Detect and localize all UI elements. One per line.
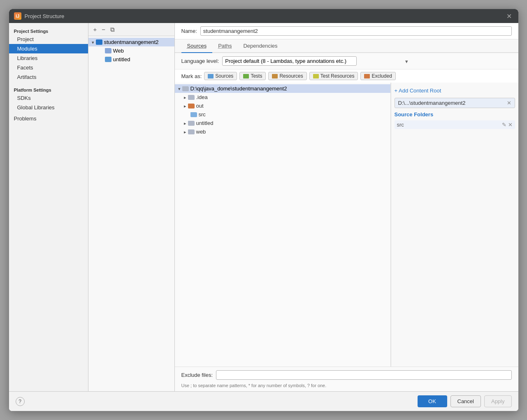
content-root-path: D:\...\studentmanangement2: [398, 100, 466, 106]
web-arrow: [184, 129, 186, 135]
right-panel: Name: Sources Paths Dependencies Languag…: [175, 23, 518, 391]
exclude-input[interactable]: [216, 370, 511, 380]
mark-sources-label: Sources: [215, 73, 233, 79]
language-select[interactable]: Project default (8 - Lambdas, type annot…: [222, 56, 357, 66]
sidebar-item-sdks[interactable]: SDKs: [9, 93, 88, 103]
language-row: Language level: Project default (8 - Lam…: [175, 53, 518, 69]
titlebar-left: IJ Project Structure: [14, 12, 65, 20]
dialog-title: Project Structure: [25, 13, 65, 19]
titlebar: IJ Project Structure ✕: [9, 9, 518, 23]
bottom-actions: OK Cancel Apply: [418, 395, 512, 407]
file-tree-root-path: D:\qq\java_dome\studentmanangement2: [190, 85, 287, 92]
file-tree-item-out[interactable]: out: [175, 102, 390, 110]
content-root-close-button[interactable]: ✕: [507, 100, 511, 106]
delete-source-folder-button[interactable]: ✕: [508, 122, 513, 128]
module-root-arrow: [92, 39, 94, 45]
out-folder-icon: [188, 104, 195, 108]
module-root-name: studentmanangement2: [104, 39, 159, 45]
help-button[interactable]: ?: [16, 397, 25, 406]
project-structure-dialog: IJ Project Structure ✕ Project Settings …: [9, 9, 519, 411]
module-icon: [96, 39, 102, 45]
sidebar-item-modules[interactable]: Modules: [9, 44, 88, 53]
source-folder-actions: ✎ ✕: [502, 122, 513, 128]
content-area: D:\qq\java_dome\studentmanangement2 .ide…: [175, 83, 518, 367]
add-content-root-button[interactable]: + Add Content Root: [395, 86, 515, 95]
idea-arrow: [184, 94, 186, 100]
mark-tests-button[interactable]: Tests: [239, 72, 266, 80]
module-panel: + − ⧉ studentmanangement2 Web: [88, 23, 175, 391]
bottom-bar: ? OK Cancel Apply: [9, 391, 518, 411]
file-tree-root-arrow: [178, 85, 181, 92]
project-settings-label: Project Settings: [9, 26, 88, 35]
tabs-row: Sources Paths Dependencies: [175, 39, 518, 53]
language-select-wrapper: Project default (8 - Lambdas, type annot…: [222, 56, 411, 66]
content-root-box: D:\...\studentmanangement2 ✕: [395, 98, 515, 108]
main-content: Project Settings Project Modules Librari…: [9, 23, 518, 391]
src-folder-icon: [190, 112, 197, 117]
idea-label: .idea: [196, 94, 208, 100]
file-tree-root[interactable]: D:\qq\java_dome\studentmanangement2: [175, 84, 390, 93]
sidebar-item-libraries[interactable]: Libraries: [9, 53, 88, 63]
module-web-item[interactable]: Web: [88, 46, 174, 55]
web-folder-icon-tree: [188, 129, 195, 134]
mark-as-label: Mark as:: [181, 73, 202, 79]
mark-sources-button[interactable]: Sources: [204, 72, 237, 80]
mark-excluded-button[interactable]: Excluded: [360, 72, 395, 80]
platform-settings-label: Platform Settings: [9, 83, 88, 93]
content-root-sidebar: + Add Content Root D:\...\studentmanange…: [391, 83, 518, 367]
file-tree-item-web[interactable]: web: [175, 127, 390, 136]
exclude-hint: Use ; to separate name patterns, * for a…: [175, 383, 518, 391]
sources-icon: [208, 74, 214, 78]
sidebar-item-global-libraries[interactable]: Global Libraries: [9, 103, 88, 112]
module-untitled-item[interactable]: untitled: [88, 55, 174, 64]
mark-as-row: Mark as: Sources Tests Resources Test Re…: [175, 69, 518, 83]
exclude-label: Exclude files:: [181, 372, 213, 378]
source-folders-label: Source Folders: [395, 110, 515, 119]
untitled-folder-icon: [188, 121, 195, 126]
name-label: Name:: [181, 28, 197, 34]
copy-module-button[interactable]: ⧉: [109, 25, 116, 34]
mark-tests-label: Tests: [251, 73, 262, 79]
name-row: Name:: [175, 23, 518, 39]
sidebar: Project Settings Project Modules Librari…: [9, 23, 88, 391]
sidebar-item-facets[interactable]: Facets: [9, 63, 88, 72]
module-root-item[interactable]: studentmanangement2: [88, 38, 174, 46]
name-input[interactable]: [200, 26, 512, 36]
idea-folder-icon: [188, 95, 195, 100]
mark-excluded-label: Excluded: [371, 73, 392, 79]
sidebar-item-artifacts[interactable]: Artifacts: [9, 72, 88, 82]
tab-paths[interactable]: Paths: [212, 39, 237, 53]
tests-icon: [243, 74, 249, 78]
file-tree-panel: D:\qq\java_dome\studentmanangement2 .ide…: [175, 83, 391, 367]
tab-dependencies[interactable]: Dependencies: [237, 39, 283, 53]
sidebar-item-project[interactable]: Project: [9, 35, 88, 44]
mark-resources-button[interactable]: Resources: [268, 72, 306, 80]
apply-button[interactable]: Apply: [484, 395, 512, 407]
untitled-label: untitled: [196, 120, 214, 126]
file-tree-item-idea[interactable]: .idea: [175, 93, 390, 102]
sidebar-item-problems[interactable]: Problems: [9, 112, 88, 123]
web-folder-icon: [105, 48, 111, 53]
remove-module-button[interactable]: −: [100, 25, 107, 34]
module-web-label: Web: [113, 48, 124, 54]
exclude-files-row: Exclude files:: [175, 367, 518, 383]
ok-button[interactable]: OK: [418, 395, 447, 407]
excluded-icon: [364, 74, 370, 78]
close-button[interactable]: ✕: [505, 12, 513, 20]
edit-source-folder-button[interactable]: ✎: [502, 122, 506, 128]
source-folder-name: src: [397, 122, 404, 128]
untitled-arrow: [184, 120, 186, 126]
add-content-root-label: + Add Content Root: [395, 88, 441, 94]
module-toolbar: + − ⧉: [88, 23, 174, 36]
tab-sources[interactable]: Sources: [181, 39, 213, 53]
cancel-button[interactable]: Cancel: [450, 395, 481, 407]
add-module-button[interactable]: +: [92, 25, 99, 34]
file-tree-item-src[interactable]: src: [175, 110, 390, 119]
root-folder-icon: [182, 86, 189, 91]
module-tree: studentmanangement2 Web untitled: [88, 36, 174, 391]
mark-test-resources-button[interactable]: Test Resources: [309, 72, 358, 80]
test-resources-icon: [313, 74, 319, 78]
file-tree-item-untitled[interactable]: untitled: [175, 119, 390, 127]
src-label: src: [199, 111, 206, 118]
mark-resources-label: Resources: [279, 73, 303, 79]
